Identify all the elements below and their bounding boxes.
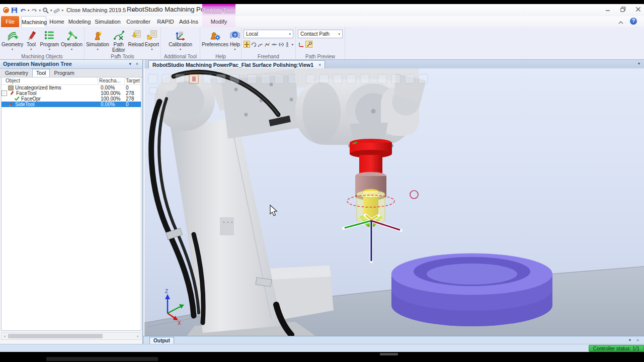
zoom-icon[interactable] [42, 7, 49, 14]
tab-machining[interactable]: Machining [21, 16, 46, 27]
panel-menu-icon[interactable]: ▾ [129, 60, 131, 68]
freehand-jog-icon[interactable] [258, 41, 264, 48]
group-path-tools: Simulation ▾ Path Editor ▾ Reload [85, 27, 161, 59]
freehand-jog-joint-icon[interactable] [264, 41, 271, 48]
path-preview-mode-select[interactable]: Contact Path ▾ [298, 30, 343, 38]
panel-title: Operation Navigation Tree [3, 61, 72, 67]
workpiece-disc[interactable] [391, 253, 552, 326]
redo-dropdown-icon[interactable]: ▾ [39, 9, 41, 12]
reload-icon [128, 29, 144, 41]
scroll-left-icon[interactable]: ‹ [2, 334, 8, 339]
preview-axes-icon[interactable] [298, 41, 305, 48]
program-button[interactable]: Program ▾ [38, 28, 60, 51]
panel-tab-program[interactable]: Program [50, 69, 78, 77]
panel-tab-tool[interactable]: Tool [32, 69, 50, 77]
zoom-dropdown-icon[interactable]: ▾ [50, 9, 52, 12]
uncategorized-icon [8, 85, 14, 90]
group-label: Machining Objects [0, 54, 84, 59]
preferences-button[interactable]: Preferences [201, 28, 228, 47]
help-button[interactable]: ? Help ▾ [228, 28, 242, 51]
collapse-ribbon-icon[interactable] [618, 18, 624, 24]
freehand-multirobot-icon[interactable] [278, 41, 284, 48]
geometry-button[interactable]: Geometry ▾ [1, 28, 24, 51]
help-bubble-icon[interactable]: ? [630, 18, 637, 25]
quick-access-toolbar: ▾ ▾ ▾ ▾ Close Machining 2019.5 ▾ [2, 6, 134, 14]
simulation-button[interactable]: Simulation ▾ [86, 28, 110, 51]
output-tab[interactable]: Output [149, 337, 174, 344]
group-label: Help [200, 54, 241, 59]
tab-modify[interactable]: Modify [202, 16, 235, 27]
simulation-dropdown-icon[interactable]: ▾ [86, 48, 109, 51]
calibration-dropdown-icon[interactable]: ▾ [165, 48, 197, 51]
column-reachability[interactable]: Reacha... [98, 77, 125, 84]
svg-text:?: ? [233, 33, 236, 38]
freehand-reorient-icon[interactable] [285, 41, 291, 48]
freehand-move-icon[interactable] [244, 41, 250, 48]
export-button[interactable]: Export ▾ [144, 28, 159, 51]
tree-header: Object Reacha... Target [2, 77, 141, 85]
panel-close-icon[interactable]: × [136, 60, 138, 68]
active-overlay-tool-icon [189, 74, 198, 83]
path-editor-button[interactable]: Path Editor ▾ [110, 28, 128, 56]
contextual-group-label: Tooldata Tools [202, 6, 235, 16]
measure-icon[interactable] [53, 7, 61, 14]
qat-command-label[interactable]: Close Machining 2019.5 [66, 7, 126, 13]
tab-simulation[interactable]: Simulation [94, 16, 122, 27]
output-bar: Output ▾ × [143, 336, 644, 344]
close-button[interactable] [635, 6, 641, 12]
geometry-dropdown-icon[interactable]: ▾ [2, 48, 23, 51]
output-menu-icon[interactable]: ▾ [629, 338, 631, 342]
tab-controller[interactable]: Controller [123, 16, 154, 27]
horizontal-scrollbar[interactable]: ‹ › [1, 332, 141, 340]
controller-status-badge[interactable]: Controller status: 1/1 [589, 345, 644, 352]
help-icon: ? [229, 29, 241, 41]
tab-file[interactable]: File [1, 16, 19, 27]
freehand-jog-linear-icon[interactable] [271, 41, 278, 48]
column-target[interactable]: Target [125, 77, 141, 84]
preferences-icon [202, 29, 228, 41]
undo-dropdown-icon[interactable]: ▾ [28, 9, 30, 12]
group-label: Path Preview [296, 54, 345, 59]
undo-icon[interactable] [19, 7, 27, 14]
viewport-tab[interactable]: RobotStudio Machining PowerPac_Flat Surf… [148, 60, 325, 68]
tab-home[interactable]: Home [48, 16, 65, 27]
restore-button[interactable] [620, 6, 626, 12]
3d-viewport-canvas[interactable]: Z X [144, 68, 644, 336]
tab-modeling[interactable]: Modeling [66, 16, 93, 27]
tree-row-sidetool[interactable]: SideTool 0.00% 0 [2, 102, 141, 107]
panel-tab-geometry[interactable]: Geometry [1, 69, 32, 77]
measure-dropdown-icon[interactable]: ▾ [62, 9, 64, 12]
freehand-more-caret-icon[interactable]: ▾ [291, 43, 293, 46]
operation-dropdown-icon[interactable]: ▾ [61, 48, 83, 51]
output-close-icon[interactable]: × [636, 338, 639, 342]
window-controls [605, 6, 641, 12]
redo-icon[interactable] [31, 7, 38, 14]
operation-button[interactable]: Operation ▾ [60, 28, 83, 51]
tab-rapid[interactable]: RAPID [155, 16, 176, 27]
operation-icon [61, 29, 83, 41]
column-object[interactable]: Object [2, 77, 98, 84]
preview-tool-icon[interactable] [305, 41, 312, 48]
app-icon[interactable] [2, 7, 10, 14]
viewport-tab-close-icon[interactable]: × [318, 61, 321, 68]
viewport-menu-icon[interactable]: ▾ [638, 61, 640, 66]
letterbox-segment [46, 357, 158, 361]
minimize-button[interactable] [605, 6, 611, 12]
scrollbar-thumb[interactable] [8, 334, 103, 338]
viewport-tab-bar: RobotStudio Machining PowerPac_Flat Surf… [144, 60, 644, 69]
help-dropdown-icon[interactable]: ▾ [229, 48, 241, 51]
group-path-preview: Contact Path ▾ Path Preview [296, 27, 345, 59]
calibration-button[interactable]: Calibration ▾ [164, 28, 197, 51]
scroll-right-icon[interactable]: › [134, 334, 141, 339]
ribbon-empty-space [345, 27, 644, 59]
freehand-mode-select[interactable]: Local ▾ [244, 30, 293, 38]
tool-dropdown-icon[interactable]: ▾ [24, 48, 38, 51]
program-dropdown-icon[interactable]: ▾ [39, 48, 60, 51]
tool-button[interactable]: Tool ▾ [24, 28, 38, 51]
freehand-rotate-icon[interactable] [251, 41, 257, 48]
title-bar: ▾ ▾ ▾ ▾ Close Machining 2019.5 ▾ RobotSt… [0, 4, 644, 16]
save-icon[interactable] [11, 7, 18, 14]
reload-button[interactable]: Reload [128, 28, 144, 47]
export-dropdown-icon[interactable]: ▾ [145, 48, 159, 51]
tab-addins[interactable]: Add-Ins [176, 16, 201, 27]
